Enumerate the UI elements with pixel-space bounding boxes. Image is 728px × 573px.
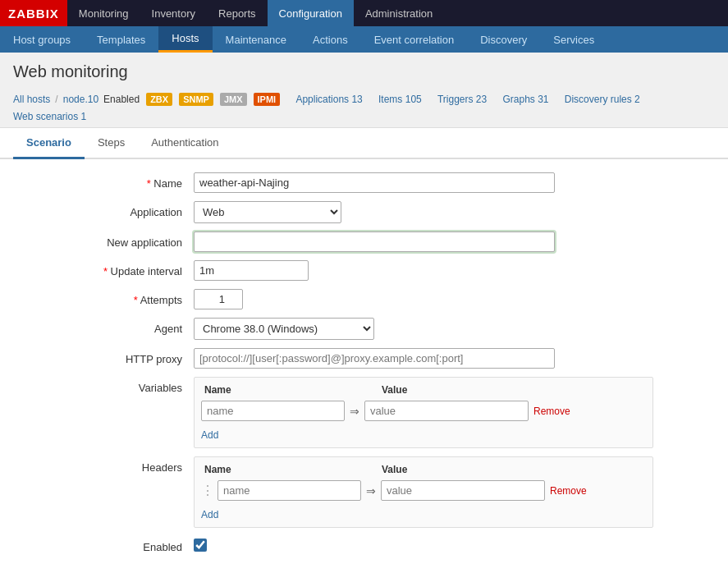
agent-label: Agent xyxy=(13,318,194,335)
update-interval-input[interactable] xyxy=(194,260,309,281)
application-select[interactable]: Web xyxy=(194,201,341,223)
headers-col-value: Value xyxy=(382,464,546,475)
action-buttons: Add Cancel xyxy=(13,566,715,573)
enabled-label: Enabled xyxy=(13,536,194,553)
variables-control: Name Value ⇒ Remove Add xyxy=(194,377,715,448)
http-proxy-control xyxy=(194,348,715,369)
link-web-scenarios[interactable]: Web scenarios 1 xyxy=(13,111,86,122)
nav-templates[interactable]: Templates xyxy=(84,26,158,53)
headers-add-link[interactable]: Add xyxy=(201,506,646,520)
tab-authentication[interactable]: Authentication xyxy=(138,128,231,159)
nav-inventory[interactable]: Inventory xyxy=(140,0,207,26)
nav-hosts[interactable]: Hosts xyxy=(158,26,212,53)
nav-administration[interactable]: Administration xyxy=(354,0,444,26)
variables-header: Name Value xyxy=(201,384,646,396)
name-input[interactable] xyxy=(194,172,555,193)
tabs: Scenario Steps Authentication xyxy=(0,128,728,159)
application-control: Web xyxy=(194,201,715,223)
update-interval-label: * Update interval xyxy=(13,260,194,277)
page-title: Web monitoring xyxy=(13,62,715,81)
enabled-control xyxy=(194,539,715,552)
application-label: Application xyxy=(13,201,194,218)
page-header: Web monitoring xyxy=(0,53,728,88)
variables-add-anchor[interactable]: Add xyxy=(201,429,218,441)
breadcrumb-enabled: Enabled xyxy=(103,94,140,105)
headers-table: Name Value ⋮⋮ ⇒ Remove Add xyxy=(194,456,653,528)
nav-actions[interactable]: Actions xyxy=(300,26,361,53)
arrow-symbol-headers: ⇒ xyxy=(366,484,376,497)
new-application-row: New application xyxy=(13,231,715,252)
attempts-input[interactable] xyxy=(194,289,243,309)
link-applications[interactable]: Applications 13 xyxy=(295,94,362,105)
second-navigation: Host groups Templates Hosts Maintenance … xyxy=(0,26,728,53)
headers-control: Name Value ⋮⋮ ⇒ Remove Add xyxy=(194,456,715,528)
headers-input-row: ⋮⋮ ⇒ Remove xyxy=(201,480,646,501)
link-items[interactable]: Items 105 xyxy=(378,94,422,105)
badge-ipmi: IPMI xyxy=(254,93,281,106)
drag-handle-icon[interactable]: ⋮⋮ xyxy=(201,483,213,498)
variables-col-value: Value xyxy=(382,384,546,396)
variables-row: Variables Name Value ⇒ Remove Add xyxy=(13,377,715,448)
variables-input-row: ⇒ Remove xyxy=(201,401,646,421)
nav-configuration[interactable]: Configuration xyxy=(268,0,354,26)
enabled-checkbox[interactable] xyxy=(194,539,207,552)
header-name-input[interactable] xyxy=(217,480,361,501)
badge-snmp: SNMP xyxy=(179,93,213,106)
attempts-control xyxy=(194,289,715,309)
breadcrumb-all-hosts[interactable]: All hosts xyxy=(13,94,50,105)
variables-label: Variables xyxy=(13,377,194,394)
nav-monitoring[interactable]: Monitoring xyxy=(67,0,140,26)
agent-control: Chrome 38.0 (Windows) xyxy=(194,318,715,340)
headers-header: Name Value xyxy=(201,464,646,475)
attempts-row: * Attempts xyxy=(13,289,715,309)
headers-add-anchor[interactable]: Add xyxy=(201,509,218,520)
update-interval-row: * Update interval xyxy=(13,260,715,281)
badge-jmx: JMX xyxy=(220,93,247,106)
badge-zbx: ZBX xyxy=(146,93,172,106)
name-control xyxy=(194,172,715,193)
link-discovery-rules[interactable]: Discovery rules 2 xyxy=(565,94,640,105)
link-triggers[interactable]: Triggers 23 xyxy=(437,94,487,105)
attempts-label: * Attempts xyxy=(13,289,194,306)
top-navigation: ZABBIX Monitoring Inventory Reports Conf… xyxy=(0,0,728,26)
logo: ZABBIX xyxy=(0,0,67,26)
update-interval-control xyxy=(194,260,715,281)
variables-col-name: Name xyxy=(201,384,349,396)
http-proxy-label: HTTP proxy xyxy=(13,348,194,365)
new-application-input[interactable] xyxy=(194,231,555,252)
nav-reports[interactable]: Reports xyxy=(207,0,268,26)
breadcrumb-sep: / xyxy=(55,94,57,105)
nav-maintenance[interactable]: Maintenance xyxy=(213,26,300,53)
header-remove-button[interactable]: Remove xyxy=(550,485,587,497)
headers-row: Headers Name Value ⋮⋮ ⇒ Remove Add xyxy=(13,456,715,528)
variable-name-input[interactable] xyxy=(201,401,345,421)
variables-table: Name Value ⇒ Remove Add xyxy=(194,377,653,448)
nav-event-correlation[interactable]: Event correlation xyxy=(361,26,468,53)
link-graphs[interactable]: Graphs 31 xyxy=(502,94,548,105)
variables-add-link[interactable]: Add xyxy=(201,426,646,441)
tab-steps[interactable]: Steps xyxy=(85,128,138,159)
top-nav-items: Monitoring Inventory Reports Configurati… xyxy=(67,0,444,26)
tab-scenario[interactable]: Scenario xyxy=(13,128,85,159)
breadcrumb-bar: All hosts / node.10 Enabled ZBX SNMP JMX… xyxy=(0,88,728,128)
nav-services[interactable]: Services xyxy=(540,26,607,53)
variable-remove-button[interactable]: Remove xyxy=(533,406,570,417)
headers-label: Headers xyxy=(13,456,194,474)
header-value-input[interactable] xyxy=(381,480,545,501)
http-proxy-input[interactable] xyxy=(194,348,555,369)
agent-select[interactable]: Chrome 38.0 (Windows) xyxy=(194,318,374,340)
http-proxy-row: HTTP proxy xyxy=(13,348,715,369)
application-row: Application Web xyxy=(13,201,715,223)
nav-host-groups[interactable]: Host groups xyxy=(0,26,84,53)
enabled-row: Enabled xyxy=(13,536,715,553)
name-row: * Name xyxy=(13,172,715,193)
arrow-symbol: ⇒ xyxy=(350,405,359,418)
name-label: * Name xyxy=(13,172,194,190)
form-area: * Name Application Web New application *… xyxy=(0,159,728,573)
nav-discovery[interactable]: Discovery xyxy=(467,26,540,53)
breadcrumb-host[interactable]: node.10 xyxy=(63,94,98,105)
agent-row: Agent Chrome 38.0 (Windows) xyxy=(13,318,715,340)
variable-value-input[interactable] xyxy=(364,401,529,421)
new-application-label: New application xyxy=(13,231,194,249)
new-application-control xyxy=(194,231,715,252)
